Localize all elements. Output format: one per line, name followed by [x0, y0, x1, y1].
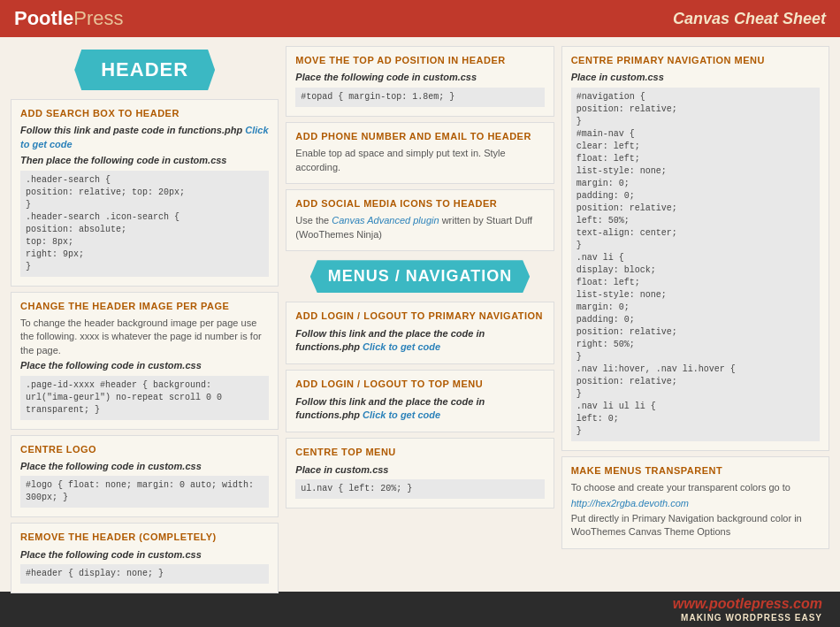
add-search-box-card: ADD SEARCH BOX TO HEADER Follow this lin…	[11, 99, 279, 287]
move-top-ad-subtitle: Place the following code in custom.css	[295, 71, 544, 84]
add-social-icons-card: ADD SOCIAL MEDIA ICONS TO HEADER Use the…	[286, 189, 554, 251]
make-menus-transparent-text2: Put directly in Primary Navigation backg…	[571, 512, 820, 539]
logo: PootlePress	[14, 7, 123, 30]
login-logout-top-menu-subtitle: Follow this link and the place the code …	[295, 395, 544, 423]
hex2rgba-link[interactable]: http://hex2rgba.devoth.com	[571, 498, 689, 508]
header-banner: HEADER	[74, 50, 215, 90]
remove-header-card: REMOVE THE HEADER (COMPLETELY) Place the…	[11, 523, 279, 593]
centre-primary-nav-code: #navigation { position: relative; } #mai…	[571, 88, 820, 441]
centre-logo-card: CENTRE LOGO Place the following code in …	[11, 435, 279, 518]
make-menus-transparent-card: MAKE MENUS TRANSPARENT To choose and cre…	[561, 456, 829, 549]
change-header-image-code: .page-id-xxxx #header { background: url(…	[20, 376, 269, 420]
centre-logo-code: #logo { float: none; margin: 0 auto; wid…	[20, 476, 269, 508]
add-social-icons-title: ADD SOCIAL MEDIA ICONS TO HEADER	[295, 197, 544, 210]
menus-banner-wrapper: MENUS / NAVIGATION	[286, 260, 554, 293]
move-top-ad-title: MOVE THE TOP AD POSITION IN HEADER	[295, 54, 544, 67]
login-logout-top-menu-card: ADD LOGIN / LOGOUT TO TOP MENU Follow th…	[286, 370, 554, 432]
bottom-url[interactable]: www.pootlepress.com	[673, 595, 822, 612]
login-logout-primary-title: ADD LOGIN / LOGOUT TO PRIMARY NAVIGATION	[295, 310, 544, 323]
column-1: HEADER ADD SEARCH BOX TO HEADER Follow t…	[7, 46, 282, 583]
centre-primary-nav-card: CENTRE PRIMARY NAVIGATION MENU Place in …	[561, 46, 829, 451]
centre-primary-nav-title: CENTRE PRIMARY NAVIGATION MENU	[571, 54, 820, 67]
move-top-ad-code: #topad { margin-top: 1.8em; }	[295, 88, 544, 107]
login-logout-primary-card: ADD LOGIN / LOGOUT TO PRIMARY NAVIGATION…	[286, 302, 554, 364]
menus-banner: MENUS / NAVIGATION	[310, 260, 530, 293]
centre-primary-nav-subtitle: Place in custom.css	[571, 71, 820, 84]
add-phone-email-title: ADD PHONE NUMBER AND EMAIL TO HEADER	[295, 130, 544, 143]
login-logout-primary-subtitle: Follow this link and the place the code …	[295, 327, 544, 355]
bottom-tagline: MAKING WORDPRESS EASY	[673, 613, 822, 623]
add-search-box-title: ADD SEARCH BOX TO HEADER	[20, 107, 269, 120]
centre-top-menu-subtitle: Place in custom.css	[295, 463, 544, 477]
header-banner-wrapper: HEADER	[11, 50, 279, 90]
add-phone-email-card: ADD PHONE NUMBER AND EMAIL TO HEADER Ena…	[286, 122, 554, 184]
bottom-bar: www.pootlepress.com MAKING WORDPRESS EAS…	[0, 592, 840, 627]
remove-header-subtitle: Place the following code in custom.css	[20, 548, 269, 562]
top-bar: PootlePress Canvas Cheat Sheet	[0, 0, 840, 37]
change-header-image-text: To change the header background image pe…	[20, 317, 269, 357]
login-top-menu-link[interactable]: Click to get code	[363, 409, 440, 420]
add-phone-email-text: Enable top ad space and simply put text …	[295, 147, 544, 174]
login-primary-link[interactable]: Click to get code	[363, 341, 440, 352]
add-search-box-subtitle: Follow this link and paste code in funct…	[20, 124, 269, 151]
then-place-text: Then place the following code in custom.…	[20, 154, 269, 167]
change-header-image-subtitle: Place the following code in custom.css	[20, 359, 269, 372]
centre-top-menu-title: CENTRE TOP MENU	[295, 446, 544, 459]
centre-top-menu-card: CENTRE TOP MENU Place in custom.css ul.n…	[286, 438, 554, 508]
centre-logo-subtitle: Place the following code in custom.css	[20, 460, 269, 473]
remove-header-code: #header { display: none; }	[20, 564, 269, 584]
make-menus-transparent-title: MAKE MENUS TRANSPARENT	[571, 464, 820, 478]
make-menus-transparent-text1: To choose and create your transparent co…	[571, 481, 820, 494]
add-social-icons-text: Use the Canvas Advanced plugin written b…	[295, 214, 544, 241]
logo-press: Press	[73, 7, 123, 29]
canvas-advanced-plugin-link[interactable]: Canvas Advanced plugin	[332, 215, 439, 226]
cheat-sheet-title: Canvas Cheat Sheet	[673, 10, 826, 28]
column-3: CENTRE PRIMARY NAVIGATION MENU Place in …	[558, 46, 833, 583]
remove-header-title: REMOVE THE HEADER (COMPLETELY)	[20, 531, 269, 544]
move-top-ad-card: MOVE THE TOP AD POSITION IN HEADER Place…	[286, 46, 554, 117]
logo-pootle: Pootle	[14, 7, 73, 29]
follow-link-text: Follow this link and paste code in funct…	[20, 125, 242, 135]
change-header-image-card: CHANGE THE HEADER IMAGE PER PAGE To chan…	[11, 292, 279, 430]
content-area: HEADER ADD SEARCH BOX TO HEADER Follow t…	[0, 37, 840, 592]
bottom-text: www.pootlepress.com MAKING WORDPRESS EAS…	[673, 595, 822, 623]
change-header-image-title: CHANGE THE HEADER IMAGE PER PAGE	[20, 300, 269, 313]
social-text1: Use the	[295, 215, 332, 226]
centre-logo-title: CENTRE LOGO	[20, 443, 269, 456]
login-logout-top-menu-title: ADD LOGIN / LOGOUT TO TOP MENU	[295, 378, 544, 391]
search-code-block: .header-search { position: relative; top…	[20, 171, 269, 277]
centre-top-menu-code: ul.nav { left: 20%; }	[295, 479, 544, 499]
column-2: MOVE THE TOP AD POSITION IN HEADER Place…	[282, 46, 557, 583]
